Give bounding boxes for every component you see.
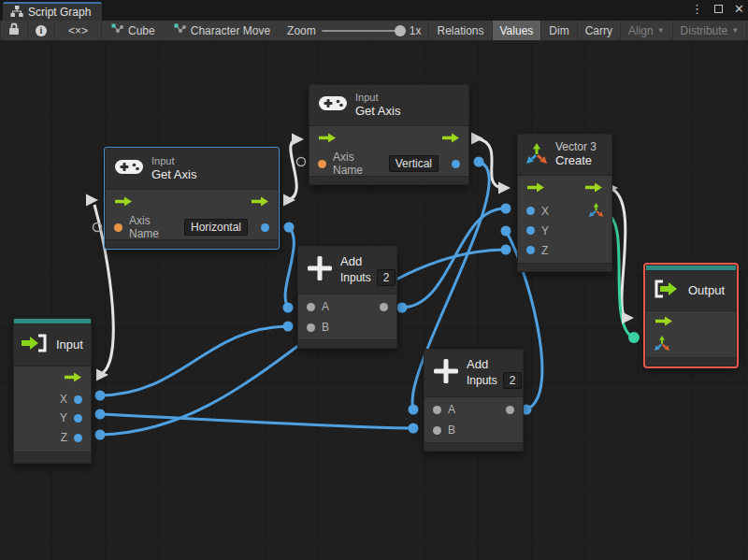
port-dot-a[interactable] — [433, 406, 441, 414]
control-in-arrow-icon[interactable] — [526, 182, 545, 195]
port-label-b: B — [448, 424, 455, 437]
node-get-axis-vertical[interactable]: Input Get Axis Axis Name Vertical — [309, 84, 469, 185]
code-view-button[interactable]: <×> — [55, 21, 102, 40]
close-icon[interactable]: ✕ — [734, 2, 744, 16]
node-get-axis-horizontal[interactable]: Input Get Axis Axis Name Horizontal — [105, 148, 279, 249]
port-dot-x[interactable] — [74, 395, 82, 404]
inspect-button[interactable]: i — [28, 21, 55, 40]
port-dot-y[interactable] — [526, 226, 535, 235]
align-label: Align — [628, 24, 654, 37]
control-in-arrowhead-getaxis-vertical[interactable] — [292, 134, 304, 146]
zoom-slider[interactable] — [322, 30, 404, 32]
port-dot-sum[interactable] — [506, 406, 514, 414]
axis-name-port-dot[interactable] — [114, 223, 122, 232]
vector3-out-port-icon[interactable] — [589, 203, 603, 220]
wire-value-horizontal-to-add1-a[interactable] — [285, 227, 294, 307]
lock-button[interactable] — [0, 21, 28, 40]
port-label-a: A — [322, 300, 329, 313]
align-dropdown[interactable]: Align▼ — [621, 21, 673, 40]
control-out-arrow-icon[interactable] — [64, 372, 82, 385]
port-connection-add1-a[interactable] — [283, 303, 294, 313]
port-connection-add1-out[interactable] — [397, 303, 408, 313]
dim-label: Dim — [549, 24, 568, 37]
control-in-arrow-icon[interactable] — [318, 133, 337, 146]
breadcrumb-character-move[interactable]: Character Move — [165, 21, 280, 40]
control-in-arrowhead-getaxis-horizontal[interactable] — [86, 194, 98, 207]
port-label-y: Y — [60, 411, 67, 424]
port-connection-input-z[interactable] — [95, 430, 106, 440]
port-dot-z[interactable] — [526, 246, 535, 254]
node-graph-input[interactable]: Input X Y Z — [13, 318, 92, 464]
wire-value-input-x-to-add1-b[interactable] — [100, 326, 287, 395]
control-in-arrowhead-output[interactable] — [622, 312, 634, 324]
port-dot-sum[interactable] — [380, 303, 388, 311]
node-graph-output[interactable]: Output — [645, 265, 737, 366]
port-connection-input-y[interactable] — [95, 409, 106, 420]
port-connection-add1-b[interactable] — [283, 322, 294, 332]
carry-toggle[interactable]: Carry — [578, 21, 621, 40]
port-connection-add2-a[interactable] — [409, 405, 419, 415]
relations-toggle[interactable]: Relations — [428, 21, 492, 40]
maximize-icon[interactable] — [714, 5, 723, 13]
axis-name-port-dot[interactable] — [318, 160, 326, 168]
port-dot-x[interactable] — [526, 207, 535, 215]
control-out-arrow-icon[interactable] — [441, 133, 460, 146]
axis-name-input[interactable]: Horizontal — [184, 219, 248, 236]
node-footer — [518, 263, 611, 271]
vector3-in-port-icon[interactable] — [654, 336, 669, 353]
control-out-arrow-icon[interactable] — [251, 196, 269, 209]
port-connection-horizontal-out[interactable] — [284, 223, 295, 233]
control-out-arrowhead-getaxis-vertical[interactable] — [471, 133, 483, 145]
port-connection-vector3-x[interactable] — [501, 204, 511, 214]
breadcrumb-cube[interactable]: Cube — [102, 21, 165, 40]
control-in-arrowhead-vector3[interactable] — [498, 182, 511, 194]
values-toggle[interactable]: Values — [493, 21, 542, 40]
port-connection-vector3-z[interactable] — [501, 245, 511, 255]
gamepad-icon — [115, 158, 143, 179]
port-connection-input-x[interactable] — [95, 391, 106, 401]
port-unconnected-vertical-axisname[interactable] — [297, 158, 306, 166]
wire-value-input-y-to-add2-b[interactable] — [100, 414, 412, 428]
node-footer — [309, 176, 468, 184]
distribute-dropdown[interactable]: Distribute▼ — [673, 21, 748, 40]
port-connection-vertical-out[interactable] — [474, 157, 484, 167]
node-add-1[interactable]: Add Inputs 2 A B — [297, 246, 397, 349]
code-view-icon: <×> — [68, 24, 88, 37]
node-vector3-create[interactable]: Vector 3 Create X Y Z — [517, 134, 612, 272]
graph-input-icon — [22, 334, 48, 356]
control-in-arrow-icon[interactable] — [654, 316, 673, 329]
zoom-value: 1x — [410, 24, 422, 37]
wire-value-add1-to-vector3-x[interactable] — [402, 208, 505, 308]
node-title: Get Axis — [355, 104, 400, 119]
dim-toggle[interactable]: Dim — [541, 21, 577, 40]
axis-out-port-dot[interactable] — [452, 160, 460, 168]
lock-icon — [8, 22, 20, 38]
plus-icon — [434, 359, 458, 387]
axis-out-port-dot[interactable] — [261, 223, 269, 232]
port-connection-vector3-y[interactable] — [501, 226, 511, 237]
port-connection-output-value[interactable] — [628, 332, 640, 343]
port-dot-a[interactable] — [307, 303, 315, 311]
inputs-count-input[interactable]: 2 — [503, 372, 523, 389]
port-dot-z[interactable] — [74, 434, 82, 442]
graph-canvas[interactable]: Input Get Axis Axis Name Vertical — [0, 41, 748, 560]
control-in-arrow-icon[interactable] — [114, 196, 133, 209]
inputs-label: Inputs — [467, 373, 497, 388]
port-dot-b[interactable] — [433, 426, 441, 435]
wire-control-getaxis-horizontal-to-getaxis-vertical[interactable] — [288, 140, 296, 200]
axis-name-label: Axis Name — [129, 214, 178, 240]
zoom-label: Zoom — [287, 24, 316, 37]
zoom-slider-handle[interactable] — [395, 25, 406, 36]
port-dot-b[interactable] — [307, 323, 315, 332]
node-title: Input — [56, 337, 83, 352]
kebab-menu-icon[interactable]: ⋮ — [691, 2, 703, 16]
axis-name-input[interactable]: Vertical — [389, 155, 439, 172]
control-out-arrow-icon[interactable] — [584, 182, 603, 195]
tab-script-graph[interactable]: Script Graph — [3, 2, 102, 21]
gamepad-icon — [319, 94, 347, 116]
axis-name-label: Axis Name — [333, 151, 382, 177]
port-connection-add2-b[interactable] — [409, 424, 419, 434]
inputs-count-input[interactable]: 2 — [377, 269, 396, 286]
node-add-2[interactable]: Add Inputs 2 A B — [424, 349, 524, 452]
port-dot-y[interactable] — [74, 414, 82, 423]
